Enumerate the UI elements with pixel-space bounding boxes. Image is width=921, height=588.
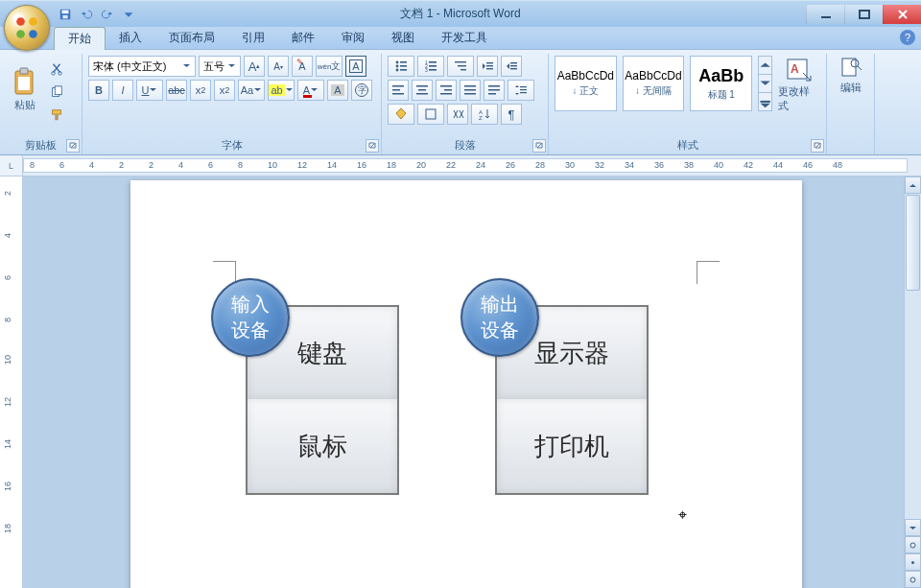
qat-customize-icon[interactable] <box>119 5 138 24</box>
redo-icon[interactable] <box>98 5 117 24</box>
copy-icon[interactable] <box>47 82 66 102</box>
strike-button[interactable]: abc <box>166 80 187 101</box>
change-case-button[interactable]: Aa <box>238 80 265 101</box>
undo-icon[interactable] <box>77 5 96 24</box>
prev-page-button[interactable] <box>905 536 921 553</box>
svg-point-20 <box>396 65 399 68</box>
svg-rect-38 <box>510 68 517 69</box>
tab-mailings[interactable]: 邮件 <box>278 27 328 49</box>
style-gallery-scroll[interactable] <box>758 56 772 111</box>
enclose-char-button[interactable]: 字 <box>351 80 372 101</box>
svg-rect-35 <box>486 68 493 69</box>
font-size-combo[interactable]: 五号 <box>199 56 241 77</box>
svg-point-2 <box>16 30 25 38</box>
borders-button[interactable] <box>417 104 444 125</box>
office-button[interactable] <box>4 5 50 51</box>
font-dialog-launcher[interactable] <box>366 139 379 153</box>
grow-font-button[interactable]: A▴ <box>244 56 265 77</box>
font-name-combo[interactable]: 宋体 (中文正文) <box>88 56 196 77</box>
font-color-button[interactable]: A <box>297 80 324 101</box>
editing-button[interactable]: 编辑 <box>833 56 868 95</box>
svg-rect-21 <box>400 65 407 67</box>
pinyin-guide-button[interactable]: wén文 <box>316 56 342 77</box>
tab-review[interactable]: 审阅 <box>328 27 378 49</box>
align-left-button[interactable] <box>388 80 409 101</box>
line-spacing-button[interactable] <box>508 80 534 101</box>
underline-button[interactable]: U <box>136 80 163 101</box>
superscript-button[interactable]: x2 <box>214 80 235 101</box>
next-page-button[interactable] <box>905 571 921 588</box>
document-page[interactable]: 输入 设备 键盘 鼠标 输出 设备 显示器 打印机 ⌖ <box>130 180 802 588</box>
subscript-button[interactable]: x2 <box>190 80 211 101</box>
tab-layout[interactable]: 页面布局 <box>155 27 228 49</box>
style-heading1[interactable]: AaBb 标题 1 <box>690 56 752 111</box>
bullets-button[interactable] <box>388 56 414 77</box>
tab-view[interactable]: 视图 <box>378 27 428 49</box>
select-browse-button[interactable] <box>905 553 921 571</box>
cut-icon[interactable] <box>47 59 66 79</box>
vertical-scrollbar[interactable] <box>904 176 921 588</box>
tab-references[interactable]: 引用 <box>228 27 278 49</box>
paste-button[interactable]: 粘贴 <box>6 56 44 123</box>
asian-layout-button[interactable] <box>447 104 468 125</box>
align-center-button[interactable] <box>412 80 433 101</box>
style-nospacing[interactable]: AaBbCcDd ↓ 无间隔 <box>623 56 685 111</box>
badge-input[interactable]: 输入 设备 <box>211 278 290 357</box>
svg-text:Z: Z <box>479 115 483 121</box>
italic-button[interactable]: I <box>112 80 133 101</box>
badge-output[interactable]: 输出 设备 <box>460 278 539 357</box>
svg-point-3 <box>29 30 37 38</box>
page-viewport: 输入 设备 键盘 鼠标 输出 设备 显示器 打印机 ⌖ <box>23 176 904 588</box>
card-mouse[interactable]: 鼠标 <box>246 399 399 495</box>
minimize-button[interactable] <box>806 5 844 24</box>
svg-rect-52 <box>488 89 500 91</box>
decrease-indent-button[interactable] <box>477 56 498 77</box>
show-marks-button[interactable]: ¶ <box>501 104 522 125</box>
distribute-button[interactable] <box>484 80 505 101</box>
card-printer[interactable]: 打印机 <box>495 399 649 495</box>
multilevel-button[interactable] <box>447 56 474 77</box>
svg-rect-54 <box>520 86 527 87</box>
tab-insert[interactable]: 插入 <box>106 27 155 49</box>
window-title: 文档 1 - Microsoft Word <box>400 6 520 22</box>
horizontal-ruler[interactable]: 8642246810121416182022242628303234363840… <box>23 158 908 173</box>
shading-button[interactable] <box>388 104 414 125</box>
sort-button[interactable]: AZ <box>471 104 498 125</box>
ruler-tab-selector[interactable]: L <box>0 155 23 176</box>
align-right-button[interactable] <box>436 80 457 101</box>
help-button[interactable]: ? <box>900 30 915 45</box>
format-painter-icon[interactable] <box>47 106 66 125</box>
style-normal[interactable]: AaBbCcDd ↓ 正文 <box>555 56 617 111</box>
numbering-button[interactable]: 123 <box>417 56 444 77</box>
para-dialog-launcher[interactable] <box>532 139 546 153</box>
char-shading-button[interactable]: A <box>327 80 348 101</box>
save-icon[interactable] <box>56 5 75 24</box>
svg-rect-6 <box>62 14 67 18</box>
vertical-ruler[interactable]: 24681012141618 <box>0 176 23 588</box>
tab-home[interactable]: 开始 <box>54 27 106 50</box>
scroll-down-button[interactable] <box>905 519 921 536</box>
svg-point-0 <box>16 17 25 26</box>
scroll-up-button[interactable] <box>905 176 921 194</box>
change-styles-button[interactable]: A 更改样式 <box>778 56 820 113</box>
bold-button[interactable]: B <box>88 80 109 101</box>
clipboard-dialog-launcher[interactable] <box>66 139 80 153</box>
styles-dialog-launcher[interactable] <box>811 139 824 153</box>
increase-indent-button[interactable] <box>501 56 522 77</box>
clear-format-button[interactable]: A✎ <box>292 56 313 77</box>
scroll-track[interactable] <box>905 292 921 519</box>
margin-marker-tr <box>697 261 720 284</box>
svg-rect-30 <box>455 61 466 62</box>
close-button[interactable] <box>883 5 921 24</box>
char-border-button[interactable]: A <box>345 56 366 77</box>
svg-point-1 <box>29 17 37 26</box>
shrink-font-button[interactable]: A▾ <box>268 56 289 77</box>
svg-rect-19 <box>400 61 407 63</box>
diagram-col-input: 输入 设备 键盘 鼠标 <box>246 305 399 495</box>
maximize-button[interactable] <box>844 5 883 24</box>
tab-developer[interactable]: 开发工具 <box>428 27 501 49</box>
group-para-label: 段落 <box>388 136 542 154</box>
highlight-button[interactable]: ab <box>268 80 295 101</box>
scroll-thumb[interactable] <box>906 195 920 291</box>
align-justify-button[interactable] <box>460 80 481 101</box>
